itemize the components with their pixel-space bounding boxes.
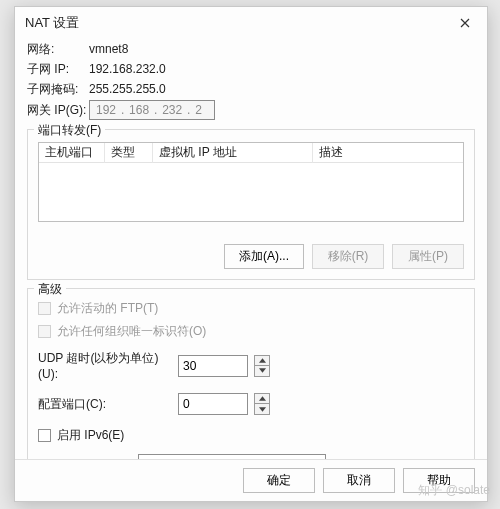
subnet-ip-value: 192.168.232.0 — [89, 60, 166, 78]
col-vm-ip: 虚拟机 IP 地址 — [153, 142, 313, 163]
ipv6-prefix-row: IPv6 前缀(6): — [56, 451, 464, 459]
ok-button[interactable]: 确定 — [243, 468, 315, 493]
allow-any-oui-checkbox[interactable] — [38, 325, 51, 338]
enable-ipv6-checkbox[interactable] — [38, 429, 51, 442]
udp-timeout-row: UDP 超时(以秒为单位)(U): — [38, 347, 464, 384]
enable-ipv6-row: 启用 IPv6(E) — [38, 424, 464, 447]
config-port-row: 配置端口(C): — [38, 390, 464, 418]
properties-button[interactable]: 属性(P) — [392, 244, 464, 269]
gateway-octet-3: 2 — [195, 101, 208, 119]
subnet-mask-value: 255.255.255.0 — [89, 80, 166, 98]
subnet-ip-label: 子网 IP: — [27, 60, 89, 78]
port-fwd-buttons: 添加(A)... 移除(R) 属性(P) — [38, 244, 464, 269]
ipv6-prefix-input[interactable] — [138, 454, 326, 459]
config-port-label: 配置端口(C): — [38, 396, 168, 413]
port-forwarding-group: 端口转发(F) 主机端口 类型 虚拟机 IP 地址 描述 添加(A)... 移除… — [27, 129, 475, 280]
cancel-button[interactable]: 取消 — [323, 468, 395, 493]
config-port-up[interactable] — [254, 393, 270, 404]
close-icon — [460, 18, 470, 28]
close-button[interactable] — [451, 13, 479, 33]
chevron-up-icon — [259, 396, 266, 401]
advanced-legend: 高级 — [34, 281, 66, 298]
allow-any-oui-row: 允许任何组织唯一标识符(O) — [38, 320, 464, 343]
help-button[interactable]: 帮助 — [403, 468, 475, 493]
gateway-ip-field[interactable]: 192. 168. 232. 2 — [89, 100, 215, 120]
col-host-port: 主机端口 — [39, 142, 105, 163]
enable-ipv6-label: 启用 IPv6(E) — [57, 427, 124, 444]
subnet-mask-label: 子网掩码: — [27, 80, 89, 98]
subnet-ip-row: 子网 IP: 192.168.232.0 — [27, 59, 475, 79]
subnet-mask-row: 子网掩码: 255.255.255.0 — [27, 79, 475, 99]
network-row: 网络: vmnet8 — [27, 39, 475, 59]
gateway-octet-2: 232 — [162, 101, 182, 119]
gateway-octet-1: 168 — [129, 101, 149, 119]
gateway-octet-0: 192 — [96, 101, 116, 119]
col-desc: 描述 — [313, 142, 463, 163]
gateway-label: 网关 IP(G): — [27, 101, 89, 119]
chevron-up-icon — [259, 358, 266, 363]
ipv6-prefix-label: IPv6 前缀(6): — [56, 457, 132, 460]
udp-timeout-input[interactable] — [178, 355, 248, 377]
udp-timeout-up[interactable] — [254, 355, 270, 366]
add-button[interactable]: 添加(A)... — [224, 244, 304, 269]
port-forwarding-table[interactable]: 主机端口 类型 虚拟机 IP 地址 描述 — [38, 142, 464, 222]
chevron-down-icon — [259, 368, 266, 373]
allow-any-oui-label: 允许任何组织唯一标识符(O) — [57, 323, 206, 340]
chevron-down-icon — [259, 407, 266, 412]
config-port-down[interactable] — [254, 404, 270, 415]
dialog-footer: 确定 取消 帮助 — [15, 459, 487, 501]
network-label: 网络: — [27, 40, 89, 58]
col-type: 类型 — [105, 142, 153, 163]
allow-active-ftp-checkbox[interactable] — [38, 302, 51, 315]
titlebar: NAT 设置 — [15, 7, 487, 39]
table-header: 主机端口 类型 虚拟机 IP 地址 描述 — [39, 143, 463, 163]
dialog-title: NAT 设置 — [25, 14, 79, 32]
port-forwarding-legend: 端口转发(F) — [34, 122, 105, 139]
allow-active-ftp-label: 允许活动的 FTP(T) — [57, 300, 158, 317]
network-value: vmnet8 — [89, 40, 128, 58]
remove-button[interactable]: 移除(R) — [312, 244, 384, 269]
nat-settings-dialog: NAT 设置 网络: vmnet8 子网 IP: 192.168.232.0 子… — [14, 6, 488, 502]
gateway-row: 网关 IP(G): 192. 168. 232. 2 — [27, 99, 475, 121]
udp-timeout-down[interactable] — [254, 366, 270, 377]
advanced-group: 高级 允许活动的 FTP(T) 允许任何组织唯一标识符(O) UDP 超时(以秒… — [27, 288, 475, 459]
udp-timeout-label: UDP 超时(以秒为单位)(U): — [38, 350, 168, 381]
allow-active-ftp-row: 允许活动的 FTP(T) — [38, 297, 464, 320]
config-port-input[interactable] — [178, 393, 248, 415]
